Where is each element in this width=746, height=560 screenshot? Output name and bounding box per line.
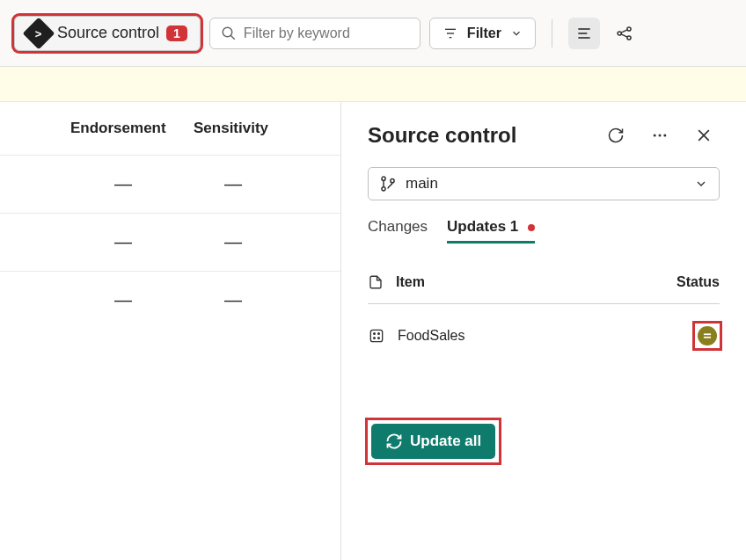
svg-line-11	[621, 29, 627, 32]
source-control-panel: Source control main Changes	[341, 102, 746, 560]
svg-point-22	[374, 333, 376, 335]
top-toolbar: Source control 1 Filter	[0, 0, 746, 67]
cell-endorsement: —	[0, 232, 158, 252]
svg-point-15	[663, 135, 666, 137]
source-control-label: Source control	[57, 24, 159, 42]
svg-rect-21	[370, 330, 382, 341]
table-row[interactable]: — —	[0, 271, 340, 329]
chevron-down-icon	[694, 177, 708, 191]
list-icon	[575, 25, 593, 42]
item-list-header: Item Status	[368, 261, 720, 304]
refresh-button[interactable]	[600, 120, 632, 151]
close-icon	[695, 127, 713, 144]
cell-endorsement: —	[0, 174, 158, 194]
svg-point-25	[378, 338, 380, 339]
branch-icon	[379, 175, 397, 193]
svg-point-20	[391, 179, 394, 183]
status-icon-highlight	[695, 324, 720, 348]
svg-point-10	[627, 35, 631, 39]
item-row[interactable]: FoodSales	[368, 304, 720, 367]
source-control-button[interactable]: Source control 1	[14, 16, 201, 51]
main-content: Endorsement Sensitivity — — — — — — Sour…	[0, 102, 746, 560]
status-header-label: Status	[677, 274, 720, 290]
notification-bar	[0, 67, 746, 102]
branch-name: main	[406, 175, 438, 193]
table-header: Endorsement Sensitivity	[0, 102, 340, 155]
filter-label: Filter	[467, 25, 501, 41]
svg-point-14	[659, 135, 662, 137]
update-all-label: Update all	[410, 433, 481, 450]
dataset-icon	[368, 327, 385, 345]
cell-endorsement: —	[0, 290, 158, 310]
search-icon	[221, 25, 237, 41]
toolbar-divider	[552, 19, 552, 47]
svg-line-1	[230, 35, 235, 40]
column-header-sensitivity[interactable]: Sensitivity	[158, 120, 268, 137]
update-all-highlight: Update all	[368, 420, 499, 462]
source-control-icon	[23, 17, 55, 49]
table-row[interactable]: — —	[0, 213, 340, 271]
svg-point-9	[627, 26, 631, 30]
svg-point-19	[382, 187, 385, 191]
svg-point-24	[374, 338, 376, 339]
cell-sensitivity: —	[158, 232, 242, 252]
update-all-button[interactable]: Update all	[371, 424, 495, 459]
lineage-icon	[616, 25, 633, 42]
sync-icon	[385, 433, 403, 450]
tab-changes[interactable]: Changes	[368, 218, 428, 244]
filter-button[interactable]: Filter	[429, 18, 536, 49]
column-header-endorsement[interactable]: Endorsement	[0, 120, 158, 137]
svg-point-8	[618, 31, 621, 34]
cell-sensitivity: —	[158, 174, 242, 194]
more-options-button[interactable]	[644, 120, 676, 151]
left-pane: Endorsement Sensitivity — — — — — —	[0, 102, 341, 560]
chevron-down-icon	[510, 27, 523, 40]
status-conflict-icon	[698, 326, 717, 345]
panel-actions	[600, 120, 720, 151]
filter-icon	[442, 26, 458, 40]
table-row[interactable]: — —	[0, 155, 340, 213]
lineage-view-button[interactable]	[609, 18, 640, 49]
file-icon	[368, 273, 384, 291]
tab-updates[interactable]: Updates 1	[447, 218, 535, 244]
search-input[interactable]	[244, 25, 409, 41]
item-header-label: Item	[396, 274, 425, 290]
tab-updates-label: Updates 1	[447, 218, 518, 235]
updates-indicator-dot	[528, 224, 535, 231]
search-box[interactable]	[209, 18, 421, 49]
branch-selector[interactable]: main	[368, 167, 720, 200]
panel-title: Source control	[368, 123, 516, 148]
tabs: Changes Updates 1	[368, 218, 720, 244]
panel-header: Source control	[368, 120, 720, 151]
svg-point-13	[654, 135, 656, 137]
svg-point-23	[378, 333, 380, 335]
cell-sensitivity: —	[158, 290, 242, 310]
close-button[interactable]	[688, 120, 720, 151]
refresh-icon	[607, 127, 625, 144]
svg-line-12	[621, 33, 627, 36]
source-control-badge: 1	[166, 25, 187, 41]
more-icon	[651, 127, 669, 144]
item-name: FoodSales	[398, 328, 465, 344]
list-view-button[interactable]	[568, 18, 600, 49]
svg-point-18	[382, 177, 385, 180]
svg-point-0	[223, 27, 232, 37]
